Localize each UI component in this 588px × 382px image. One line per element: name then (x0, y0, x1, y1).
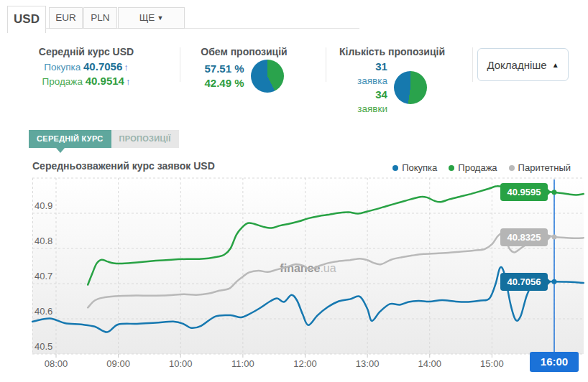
currency-widget: USD EUR PLN ЩЕ▼ Середній курс USD Покупк… (0, 0, 588, 382)
x-axis-label: 15:00 (470, 358, 513, 369)
parity-value-flag: 40.8325 (500, 228, 548, 246)
parity-series-dot-icon (509, 165, 515, 171)
tab-more[interactable]: ЩЕ▼ (118, 7, 185, 29)
y-axis-label: 40.7 (35, 271, 52, 281)
crosshair-marker-dot (552, 190, 557, 195)
active-tab-pointer-icon (56, 148, 65, 153)
sell-value-flag: 40.9595 (500, 183, 548, 201)
x-axis-label: 09:00 (97, 358, 140, 369)
y-axis-label: 40.9 (35, 200, 52, 211)
legend-label: Продажа (458, 162, 497, 173)
crosshair-time-label: 16:00 (530, 352, 579, 372)
caret-down-icon: ▼ (157, 14, 163, 22)
y-axis-label: 40.5 (35, 341, 52, 352)
buy-series-dot-icon (392, 165, 398, 171)
tab-more-label: ЩЕ (139, 12, 155, 23)
crosshair-marker-dot (552, 279, 557, 284)
buy-value-flag: 40.7056 (500, 273, 548, 291)
x-axis-label: 11:00 (221, 358, 265, 369)
tab-usd[interactable]: USD (7, 6, 46, 33)
crosshair-marker-dot (552, 235, 557, 240)
legend-item-buy[interactable]: Покупка (392, 162, 437, 173)
tab-average-rate[interactable]: СЕРЕДНІЙ КУРС (29, 130, 111, 148)
x-axis-label: 12:00 (284, 358, 327, 369)
tab-pln[interactable]: PLN (83, 7, 117, 29)
legend-item-parity[interactable]: Паритетный (509, 162, 571, 173)
chart-view-tabs: СЕРЕДНІЙ КУРС ПРОПОЗИЦІЇ (29, 130, 179, 148)
chart-legend: Покупка Продажа Паритетный (392, 162, 571, 173)
tab-offers[interactable]: ПРОПОЗИЦІЇ (111, 130, 179, 148)
x-axis-label: 14:00 (408, 358, 451, 369)
tab-eur[interactable]: EUR (49, 7, 83, 29)
y-axis-label: 40.8 (35, 236, 52, 246)
sell-series-dot-icon (449, 165, 454, 171)
y-axis-label: 40.6 (35, 306, 52, 317)
x-axis-label: 13:00 (346, 358, 389, 369)
legend-item-sell[interactable]: Продажа (449, 162, 497, 173)
x-axis-label: 08:00 (35, 358, 78, 369)
legend-label: Покупка (402, 162, 437, 173)
x-axis-label: 10:00 (159, 358, 202, 369)
legend-label: Паритетный (518, 162, 571, 173)
